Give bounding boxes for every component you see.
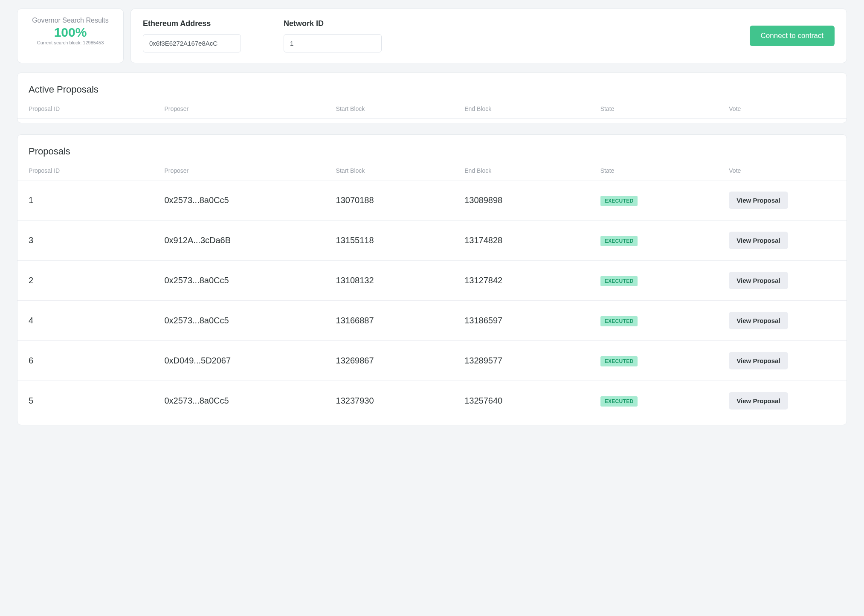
status-badge: EXECUTED: [600, 356, 638, 366]
cell-end-block: 13186597: [453, 301, 589, 341]
cell-proposer: 0x2573...8a0Cc5: [153, 261, 325, 301]
cell-start-block: 13166887: [325, 301, 454, 341]
cell-start-block: 13269867: [325, 341, 454, 381]
cell-start-block: 13070188: [325, 180, 454, 221]
table-row: 10x2573...8a0Cc51307018813089898EXECUTED…: [17, 180, 847, 221]
proposals-panel: Proposals Proposal ID Proposer Start Blo…: [17, 134, 847, 425]
proposals-heading: Proposals: [17, 146, 847, 163]
ethereum-address-field-group: Ethereum Address: [143, 19, 241, 52]
table-row: 50x2573...8a0Cc51323793013257640EXECUTED…: [17, 381, 847, 421]
connect-to-contract-button[interactable]: Connect to contract: [750, 26, 835, 46]
cell-vote: View Proposal: [718, 221, 847, 261]
view-proposal-button[interactable]: View Proposal: [729, 392, 788, 410]
governor-search-results-card: Governor Search Results 100% Current sea…: [17, 9, 124, 63]
header-proposer: Proposer: [153, 163, 325, 180]
table-row: 40x2573...8a0Cc51316688713186597EXECUTED…: [17, 301, 847, 341]
view-proposal-button[interactable]: View Proposal: [729, 352, 788, 369]
header-vote: Vote: [718, 163, 847, 180]
table-row: 60xD049...5D20671326986713289577EXECUTED…: [17, 341, 847, 381]
cell-state: EXECUTED: [589, 341, 718, 381]
cell-end-block: 13289577: [453, 341, 589, 381]
search-current-block: Current search block: 12985453: [26, 40, 115, 45]
cell-proposal-id: 2: [17, 261, 153, 301]
cell-state: EXECUTED: [589, 221, 718, 261]
cell-proposer: 0x2573...8a0Cc5: [153, 381, 325, 421]
search-title: Governor Search Results: [26, 17, 115, 24]
header-end-block: End Block: [453, 163, 589, 180]
cell-state: EXECUTED: [589, 261, 718, 301]
view-proposal-button[interactable]: View Proposal: [729, 232, 788, 249]
proposals-table: Proposal ID Proposer Start Block End Blo…: [17, 163, 847, 421]
connect-card: Ethereum Address Network ID Connect to c…: [130, 9, 847, 63]
cell-proposer: 0x2573...8a0Cc5: [153, 301, 325, 341]
cell-state: EXECUTED: [589, 381, 718, 421]
cell-vote: View Proposal: [718, 301, 847, 341]
cell-proposal-id: 1: [17, 180, 153, 221]
header-state: State: [589, 101, 718, 119]
cell-proposal-id: 3: [17, 221, 153, 261]
cell-state: EXECUTED: [589, 301, 718, 341]
status-badge: EXECUTED: [600, 236, 638, 246]
ethereum-address-label: Ethereum Address: [143, 19, 241, 28]
cell-state: EXECUTED: [589, 180, 718, 221]
header-state: State: [589, 163, 718, 180]
table-row: 20x2573...8a0Cc51310813213127842EXECUTED…: [17, 261, 847, 301]
header-start-block: Start Block: [325, 163, 454, 180]
view-proposal-button[interactable]: View Proposal: [729, 192, 788, 209]
table-row: 30x912A...3cDa6B1315511813174828EXECUTED…: [17, 221, 847, 261]
header-proposer: Proposer: [153, 101, 325, 119]
cell-proposer: 0x2573...8a0Cc5: [153, 180, 325, 221]
cell-vote: View Proposal: [718, 381, 847, 421]
status-badge: EXECUTED: [600, 276, 638, 286]
network-id-field-group: Network ID: [284, 19, 382, 52]
cell-vote: View Proposal: [718, 180, 847, 221]
view-proposal-button[interactable]: View Proposal: [729, 272, 788, 289]
header-proposal-id: Proposal ID: [17, 101, 153, 119]
cell-end-block: 13257640: [453, 381, 589, 421]
header-proposal-id: Proposal ID: [17, 163, 153, 180]
status-badge: EXECUTED: [600, 196, 638, 206]
header-end-block: End Block: [453, 101, 589, 119]
network-id-label: Network ID: [284, 19, 382, 28]
status-badge: EXECUTED: [600, 396, 638, 407]
view-proposal-button[interactable]: View Proposal: [729, 312, 788, 329]
search-percent: 100%: [26, 25, 115, 39]
network-id-input[interactable]: [284, 34, 382, 52]
active-proposals-table: Proposal ID Proposer Start Block End Blo…: [17, 101, 847, 119]
active-proposals-heading: Active Proposals: [17, 84, 847, 101]
cell-start-block: 13237930: [325, 381, 454, 421]
cell-proposer: 0x912A...3cDa6B: [153, 221, 325, 261]
ethereum-address-input[interactable]: [143, 34, 241, 52]
cell-end-block: 13089898: [453, 180, 589, 221]
header-vote: Vote: [718, 101, 847, 119]
cell-vote: View Proposal: [718, 341, 847, 381]
cell-start-block: 13108132: [325, 261, 454, 301]
cell-vote: View Proposal: [718, 261, 847, 301]
cell-start-block: 13155118: [325, 221, 454, 261]
status-badge: EXECUTED: [600, 316, 638, 326]
cell-end-block: 13174828: [453, 221, 589, 261]
cell-proposal-id: 4: [17, 301, 153, 341]
cell-end-block: 13127842: [453, 261, 589, 301]
cell-proposal-id: 6: [17, 341, 153, 381]
active-proposals-panel: Active Proposals Proposal ID Proposer St…: [17, 73, 847, 123]
cell-proposal-id: 5: [17, 381, 153, 421]
cell-proposer: 0xD049...5D2067: [153, 341, 325, 381]
header-start-block: Start Block: [325, 101, 454, 119]
